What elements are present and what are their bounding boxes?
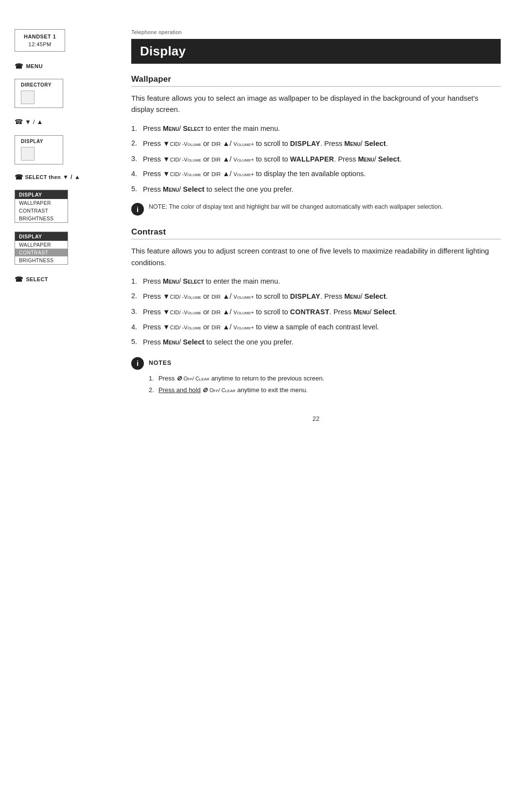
contrast-section: Contrast This feature allows you to adju… xyxy=(131,227,501,396)
directory-label: DIRECTORY xyxy=(21,82,57,88)
phone-icon-2: ☎ xyxy=(15,118,23,126)
wallpaper-step-2: 2. Press ▼CID/ -Volume or DIR ▲/ Volume+… xyxy=(131,138,501,149)
contrast-title: Contrast xyxy=(131,227,501,239)
phone-icon-4: ☎ xyxy=(15,275,23,283)
notes-title: NOTES xyxy=(149,360,172,366)
sidebar: HANDSET 1 12:45PM ☎ MENU DIRECTORY ☎ ▼ /… xyxy=(0,19,117,783)
wallpaper-note-text: NOTE: The color of display text and high… xyxy=(149,202,443,212)
contrast-step-5: 5. Press Menu/ Select to select the one … xyxy=(131,336,501,347)
menu-label-row: ☎ MENU xyxy=(15,62,43,70)
slash-off-icon-1: ⊘ xyxy=(176,374,182,384)
section-label: Telephone operation xyxy=(131,29,501,35)
wallpaper-title: Wallpaper xyxy=(131,74,501,87)
wallpaper-step-5: 5. Press Menu/ Select to select the one … xyxy=(131,183,501,195)
select-label-row: ☎ SELECT xyxy=(15,275,48,283)
wallpaper-step-3: 3. Press ▼CID/ -Volume or DIR ▲/ Volume+… xyxy=(131,153,501,165)
main-content: Telephone operation Display Wallpaper Th… xyxy=(117,19,525,783)
note-item-1: 1. Press ⊘ Off/ Clear anytime to return … xyxy=(149,374,501,384)
menu-label-text: MENU xyxy=(26,63,43,69)
wallpaper-step-1: 1. Press Menu/ Select to enter the main … xyxy=(131,123,501,134)
display-box: DISPLAY xyxy=(15,135,63,164)
notes-list: 1. Press ⊘ Off/ Clear anytime to return … xyxy=(149,374,501,396)
slash-divider: / xyxy=(33,118,35,126)
directory-box: DIRECTORY xyxy=(15,79,63,108)
wallpaper-intro: This feature allows you to select an ima… xyxy=(131,92,501,115)
contrast-steps: 1. Press Menu/ Select to enter the main … xyxy=(131,276,501,348)
wallpaper-section: Wallpaper This feature allows you to sel… xyxy=(131,74,501,216)
display-inner-box xyxy=(21,147,35,161)
handset-display: HANDSET 1 12:45PM xyxy=(15,29,65,52)
page-title: Display xyxy=(131,39,501,64)
down-arr-2: ▼ xyxy=(63,174,69,180)
menu-list-1-item-0: WALLPAPER xyxy=(15,199,68,207)
wallpaper-note: i NOTE: The color of display text and hi… xyxy=(131,202,501,216)
contrast-intro: This feature allows you to adjust screen… xyxy=(131,245,501,268)
menu-list-2-item-0: WALLPAPER xyxy=(15,241,68,249)
contrast-step-1: 1. Press Menu/ Select to enter the main … xyxy=(131,276,501,287)
phone-icon-3: ☎ xyxy=(15,173,23,181)
nav-arrows: ☎ ▼ / ▲ xyxy=(15,118,43,126)
select-then-row: ☎ SELECT then ▼ / ▲ xyxy=(15,173,80,181)
select-then-label: SELECT then xyxy=(25,174,61,180)
menu-list-2: DISPLAY WALLPAPER CONTRAST BRIGHTNESS xyxy=(15,232,68,265)
info-icon-2: i xyxy=(131,357,144,370)
handset-time: 12:45PM xyxy=(24,41,56,47)
phone-icon: ☎ xyxy=(15,62,23,70)
down-arrow-icon: ▼ xyxy=(25,118,31,126)
page-number: 22 xyxy=(131,415,501,422)
handset-label: HANDSET 1 xyxy=(24,34,56,39)
menu-list-2-header: DISPLAY xyxy=(15,232,68,241)
menu-list-2-item-2: BRIGHTNESS xyxy=(15,256,68,264)
select-label-text: SELECT xyxy=(26,276,48,282)
slash-off-icon-2: ⊘ xyxy=(202,385,208,396)
notes-header: i NOTES xyxy=(131,357,501,370)
note-item-2: 2. Press and hold ⊘ Off/ Clear anytime t… xyxy=(149,385,501,396)
contrast-step-4: 4. Press ▼CID/ -Volume or DIR ▲/ Volume+… xyxy=(131,322,501,332)
wallpaper-steps: 1. Press Menu/ Select to enter the main … xyxy=(131,123,501,195)
press-hold-text: Press and hold xyxy=(158,386,201,394)
info-icon-1: i xyxy=(131,203,144,216)
menu-list-2-item-1: CONTRAST xyxy=(15,249,68,256)
up-arr-2: ▲ xyxy=(74,174,80,180)
wallpaper-step-4: 4. Press ▼CID/ -Volume or DIR ▲/ Volume+… xyxy=(131,168,501,179)
menu-list-1-header: DISPLAY xyxy=(15,190,68,199)
menu-list-1: DISPLAY WALLPAPER CONTRAST BRIGHTNESS xyxy=(15,190,68,223)
directory-inner-box xyxy=(21,90,35,104)
slash-2: / xyxy=(70,174,72,180)
menu-list-1-item-2: BRIGHTNESS xyxy=(15,215,68,222)
notes-section: i NOTES 1. Press ⊘ Off/ Clear anytime to… xyxy=(131,357,501,396)
menu-list-1-item-1: CONTRAST xyxy=(15,207,68,215)
contrast-step-3: 3. Press ▼CID/ -Volume or DIR ▲/ Volume+… xyxy=(131,306,501,318)
contrast-step-2: 2. Press ▼CID/ -Volume or DIR ▲/ Volume+… xyxy=(131,290,501,302)
up-arrow-icon: ▲ xyxy=(37,118,43,126)
display-label: DISPLAY xyxy=(21,139,57,144)
